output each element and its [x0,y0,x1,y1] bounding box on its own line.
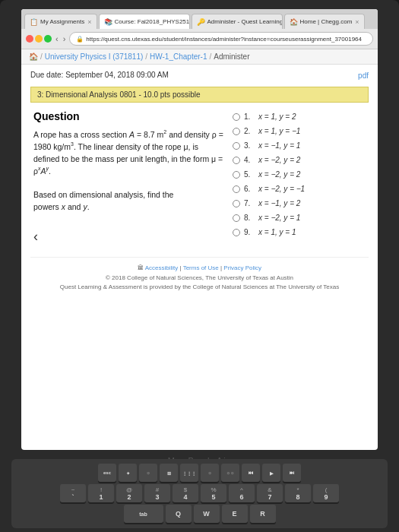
tab-label: My Assignments [40,18,84,25]
key-f1[interactable]: ✦ [119,464,137,482]
radio-9[interactable] [233,229,240,236]
tab-course[interactable]: 📚 Course: Fal2018_PHYS2513( × [99,14,190,29]
answer-item-9[interactable]: 9. x = 1, y = 1 [233,226,366,239]
tab-bar: 📋 My Assignments × 📚 Course: Fal2018_PHY… [21,9,378,29]
tab-label: Home | Chegg.com [300,18,353,25]
browser-screen: 📋 My Assignments × 📚 Course: Fal2018_PHY… [21,9,378,450]
answer-item-2[interactable]: 2. x = 1, y = −1 [233,125,366,138]
key-3[interactable]: #3 [144,484,170,502]
answer-num-7: 7. [244,197,255,210]
back-arrow-button[interactable]: ‹ [33,229,225,245]
key-e[interactable]: E [222,505,248,523]
tab-close-icon[interactable]: × [355,18,359,26]
laptop-body: 📋 My Assignments × 📚 Course: Fal2018_PHY… [0,0,399,532]
radio-8[interactable] [233,214,240,222]
answer-num-2: 2. [244,125,255,138]
key-q[interactable]: Q [166,505,192,523]
keyboard: esc ✦ ☼ ⊞ ⋮⋮⋮ ☼ ☼☼ ⏮ ▶ ⏭ ~` !1 @2 #3 $4 … [11,459,388,528]
minimize-window-button[interactable] [35,35,43,43]
terms-link[interactable]: Terms of Use [183,264,219,271]
key-9[interactable]: (9 [313,484,339,502]
back-button[interactable]: ‹ [55,34,59,43]
question-body: A rope has a cross section A = 8.7 m2 an… [33,128,225,214]
tab-label: Administer - Quest Learning & [207,18,283,25]
key-tilde[interactable]: ~` [60,484,86,502]
close-window-button[interactable] [26,35,33,43]
key-f3[interactable]: ⊞ [160,464,178,482]
maximize-window-button[interactable] [44,35,52,43]
tab-favicon: 🏠 [290,18,298,26]
url-text: https://quest.cns.utexas.edu/student/ins… [86,36,362,43]
page-footer: 🏛 Accessibility | Terms of Use | Privacy… [30,257,369,299]
answer-item-5[interactable]: 5. x = −2, y = 2 [233,168,366,181]
radio-6[interactable] [233,185,240,193]
key-1[interactable]: !1 [88,484,114,502]
answer-label-9: x = 1, y = 1 [258,226,296,239]
function-key-row: esc ✦ ☼ ⊞ ⋮⋮⋮ ☼ ☼☼ ⏮ ▶ ⏭ [14,464,385,482]
answer-label-7: x = −1, y = 2 [258,197,300,210]
radio-5[interactable] [233,171,240,179]
key-esc[interactable]: esc [98,464,116,482]
key-f2[interactable]: ☼ [139,464,157,482]
page-content: Due date: September 04, 2018 09:00 AM pd… [21,65,378,446]
radio-4[interactable] [233,157,240,164]
answer-label-1: x = 1, y = 2 [258,110,296,123]
tab-favicon: 🔑 [197,18,205,26]
accessibility-link[interactable]: Accessibility [145,264,179,271]
answer-label-6: x = −2, y = −1 [258,182,305,195]
footer-home-icon: 🏛 [138,264,144,271]
radio-1[interactable] [233,113,240,121]
answer-item-3[interactable]: 3. x = −1, y = 1 [233,139,366,152]
key-6[interactable]: ^6 [229,484,255,502]
answer-item-4[interactable]: 4. x = −2, y = 2 [233,154,366,166]
forward-button[interactable]: › [63,34,66,43]
answers-column: 1. x = 1, y = 2 2. x = 1, y = −1 3. x = … [233,110,366,245]
tab-home[interactable]: 🏠 Home | Chegg.com × [284,14,365,29]
home-icon[interactable]: 🏠 [29,52,38,61]
tab-favicon: 📋 [30,18,38,26]
key-8[interactable]: *8 [285,484,311,502]
breadcrumb-hw[interactable]: HW-1_Chapter-1 [150,52,207,61]
answer-num-1: 1. [244,110,255,123]
key-5[interactable]: %5 [201,484,226,502]
answer-item-6[interactable]: 6. x = −2, y = −1 [233,182,366,195]
answer-num-4: 4. [244,154,255,166]
answer-item-1[interactable]: 1. x = 1, y = 2 [233,110,366,123]
tab-favicon: 📚 [104,18,112,26]
radio-7[interactable] [233,200,240,207]
pdf-link[interactable]: pdf [358,71,369,80]
due-date: Due date: September 04, 2018 09:00 AM [30,71,169,79]
key-f8[interactable]: ▶ [262,464,280,482]
number-key-row: ~` !1 @2 #3 $4 %5 ^6 &7 *8 (9 [14,484,385,502]
key-r[interactable]: R [250,505,276,523]
key-f6[interactable]: ☼☼ [221,464,239,482]
tab-close-icon[interactable]: × [87,18,91,26]
answer-item-8[interactable]: 8. x = −2, y = 1 [233,211,366,224]
answer-num-9: 9. [244,226,255,239]
key-f5[interactable]: ☼ [201,464,219,482]
key-f7[interactable]: ⏮ [242,464,260,482]
key-f9[interactable]: ⏭ [283,464,301,482]
key-7[interactable]: &7 [257,484,283,502]
radio-2[interactable] [233,128,240,135]
answer-label-4: x = −2, y = 2 [258,154,300,166]
radio-3[interactable] [233,142,240,150]
key-2[interactable]: @2 [116,484,142,502]
key-f4[interactable]: ⋮⋮⋮ [180,464,198,482]
key-4[interactable]: $4 [173,484,198,502]
key-tab[interactable]: tab [124,505,163,523]
address-bar: ‹ › 🔒 https://quest.cns.utexas.edu/stude… [21,29,378,49]
pdf-anchor[interactable]: pdf [358,71,369,80]
key-w[interactable]: W [194,505,220,523]
privacy-link[interactable]: Privacy Policy [223,264,261,271]
answer-num-3: 3. [244,139,255,152]
url-bar[interactable]: 🔒 https://quest.cns.utexas.edu/student/i… [69,32,373,46]
footer-provider: Quest Learning & Assessment is provided … [40,283,359,293]
tab-administer[interactable]: 🔑 Administer - Quest Learning & × [192,14,283,29]
tab-assignments[interactable]: 📋 My Assignments × [24,14,97,29]
answer-label-2: x = 1, y = −1 [258,125,300,138]
question-section: Question A rope has a cross section A = … [30,110,369,245]
answer-item-7[interactable]: 7. x = −1, y = 2 [233,197,366,210]
question-title: Question [33,110,225,122]
breadcrumb-course[interactable]: University Physics I (371811) [45,52,144,61]
